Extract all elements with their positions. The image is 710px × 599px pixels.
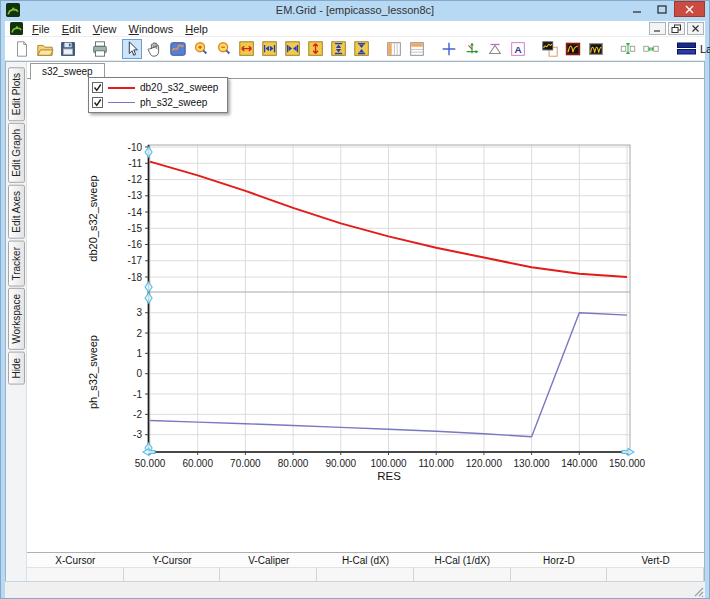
zoom-in-button[interactable] [191,39,211,59]
y-tick-label: -12 [128,174,143,185]
graph-canvas[interactable]: -10-11-12-13-14-15-16-17-18db20_s32_swee… [27,80,703,538]
x-tick-label: 150.000 [609,458,646,469]
sidebar-tab-edit-plots[interactable]: Edit Plots [8,67,25,121]
crosshair-button[interactable] [439,39,459,59]
cursor-value-cell [220,567,317,581]
expand-x-button[interactable] [237,39,257,59]
x-tick-label: 110.000 [418,458,454,469]
new-button[interactable] [12,39,32,59]
annotation-icon: A [509,40,527,58]
caliper-icon [486,40,504,58]
mdi-window-controls [649,22,705,35]
cursor-col-h-cal-1-dx-: H-Cal (1/dX) [414,555,511,566]
zoom-out-button[interactable] [214,39,234,59]
horizontal-panel-icon [408,40,426,58]
crosshair-icon [440,40,458,58]
minimize-button[interactable] [624,1,649,17]
save-button[interactable] [58,39,78,59]
pan-button[interactable] [145,39,165,59]
resize-grip-icon[interactable] [693,586,704,597]
x-tick-label: 80.000 [278,458,309,469]
x-tick-label: 120.000 [466,458,503,469]
x-axis-handle[interactable] [622,449,634,456]
y-tick-label: 0 [136,368,142,379]
tracker-icon [463,40,481,58]
horizontal-panel-button[interactable] [407,39,427,59]
caliper-button[interactable] [485,39,505,59]
compress-x-button[interactable] [283,39,303,59]
x-axis-handle[interactable] [143,449,155,456]
distribute-vertical-button[interactable] [618,39,638,59]
y-axis-title: ph_s32_sweep [87,335,99,409]
cursor-value-cell [124,567,221,581]
legend-entry: db20_s32_sweep [92,80,218,95]
window-title: EM.Grid - [empicasso_lesson8c] [5,4,705,16]
legend-checkbox[interactable] [92,82,103,93]
mdi-restore-button[interactable] [668,22,685,35]
compress-y-button[interactable] [352,39,372,59]
menu-view[interactable]: View [87,21,123,36]
mdi-restore-icon [671,24,682,34]
menu-edit[interactable]: Edit [56,21,87,36]
cursor-col-vert-d: Vert-D [607,555,704,566]
sidebar-tab-tracker[interactable]: Tracker [8,241,25,287]
copy-plot-icon [541,40,559,58]
copy-plot-button[interactable] [540,39,560,59]
x-axis-title: RES [377,470,401,482]
sidebar-tab-workspace[interactable]: Workspace [8,288,25,350]
y-axis-handle[interactable] [145,147,152,157]
maximize-button[interactable] [649,1,674,17]
select-button[interactable] [122,39,142,59]
tracker-button[interactable] [462,39,482,59]
compress-x-icon [284,40,302,58]
mdi-close-button[interactable] [687,22,704,35]
client-area: Edit PlotsEdit GraphEdit AxesTrackerWork… [5,61,705,581]
window-controls [624,1,705,17]
sidebar-tab-edit-graph[interactable]: Edit Graph [8,123,25,183]
cursor-col-y-cursor: Y-Cursor [124,555,221,566]
print-button[interactable] [90,39,110,59]
cursor-col-v-caliper: V-Caliper [220,555,317,566]
y-axis-handle[interactable] [145,293,152,303]
stretch-x-icon [261,40,279,58]
layout-icon [677,42,696,55]
print-icon [91,40,109,58]
y-tick-label: 1 [136,348,142,359]
mdi-minimize-button[interactable] [649,22,666,35]
stretch-y-button[interactable] [329,39,349,59]
legend-label: ph_s32_sweep [140,97,207,108]
annotation-button[interactable]: A [508,39,528,59]
stretch-y-icon [330,40,348,58]
expand-x-icon [238,40,256,58]
x-tick-label: 90.000 [326,458,357,469]
cursor-value-cell [27,567,124,581]
dark-plot-icon [587,40,605,58]
svg-text:A: A [514,43,521,54]
expand-y-button[interactable] [306,39,326,59]
select-icon [123,40,141,58]
cursor-col-horz-d: Horz-D [511,555,608,566]
sidebar-tab-edit-axes[interactable]: Edit Axes [8,185,25,239]
stretch-x-button[interactable] [260,39,280,59]
cursor-col-h-cal-dx-: H-Cal (dX) [317,555,414,566]
titlebar: EM.Grid - [empicasso_lesson8c] [5,1,705,21]
menu-file[interactable]: File [26,21,56,36]
vertical-panel-button[interactable] [384,39,404,59]
y-tick-label: -11 [128,158,142,169]
legend-line-sample [108,87,135,89]
menu-help[interactable]: Help [179,21,214,36]
menu-windows[interactable]: Windows [123,21,180,36]
open-button[interactable] [35,39,55,59]
y-tick-label: 3 [136,307,142,318]
zoom-window-button[interactable] [168,39,188,59]
menu-items: FileEditViewWindowsHelp [26,21,214,36]
legend-checkbox[interactable] [92,97,103,108]
sidebar-tab-hide[interactable]: Hide [8,352,25,385]
y-axis-handle[interactable] [145,282,152,292]
distribute-horizontal-button[interactable] [641,39,661,59]
close-button[interactable] [674,1,705,17]
y-tick-label: -1 [133,389,142,400]
dark-plot-button[interactable] [586,39,606,59]
layout-button[interactable]: Layout ▾ [673,40,710,57]
dark-plot-red-button[interactable] [563,39,583,59]
